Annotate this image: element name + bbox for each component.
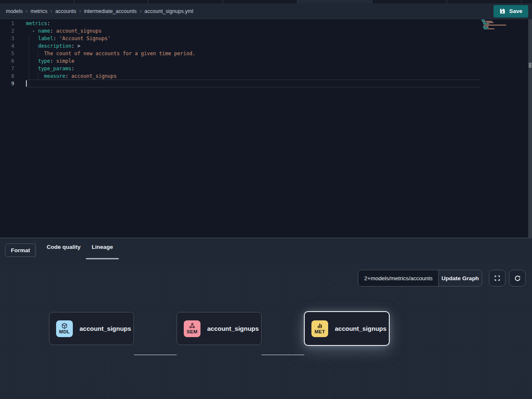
breadcrumb-bar: models › metrics › accounts › intermedia… (0, 3, 532, 19)
line-number-gutter: 123456789 (0, 20, 14, 87)
model-badge: MDL (56, 320, 73, 337)
chevron-right-icon: › (26, 8, 28, 15)
editor-tab[interactable] (74, 0, 148, 3)
code-editor[interactable]: 123456789 metrics: - name: account_signu… (0, 19, 528, 238)
lineage-canvas[interactable]: Update Graph (0, 264, 532, 399)
editor-tab[interactable] (223, 0, 298, 3)
refresh-icon (514, 275, 521, 282)
lineage-selector-input[interactable] (358, 270, 438, 286)
node-label: account_signups (207, 325, 259, 332)
fullscreen-button[interactable] (489, 270, 506, 286)
format-button[interactable]: Format (5, 243, 36, 257)
tab-label: Lineage (92, 244, 113, 250)
editor-tab-strip-spacer (522, 0, 532, 3)
editor-tab-active[interactable] (298, 0, 372, 3)
tab-label: Code quality (46, 244, 80, 250)
floppy-disk-icon (499, 8, 506, 14)
update-graph-button[interactable]: Update Graph (438, 270, 482, 286)
lineage-selector-group: Update Graph (358, 270, 482, 286)
node-badge-label: MDL (59, 330, 70, 335)
semantic-model-badge: SEM (184, 320, 200, 337)
metric-badge: MET (311, 320, 328, 337)
tab-code-quality[interactable]: Code quality (43, 244, 84, 259)
editor-tab[interactable] (447, 0, 522, 3)
refresh-button[interactable] (509, 270, 526, 286)
lineage-edge (134, 355, 177, 356)
ide-window: models › metrics › accounts › intermedia… (0, 0, 532, 399)
tab-lineage[interactable]: Lineage (86, 244, 119, 259)
toolbar-divider (35, 240, 35, 258)
breadcrumb-item-current[interactable]: account_signups.yml (144, 8, 193, 14)
node-label: account_signups (80, 325, 131, 332)
editor-tab[interactable] (0, 0, 74, 3)
scrollbar-thumb[interactable] (529, 63, 532, 68)
node-badge-label: MET (314, 330, 325, 335)
active-tab-underline (86, 258, 119, 259)
cube-icon (61, 322, 68, 329)
editor-scrollbar[interactable] (528, 19, 532, 238)
lineage-node-metric-selected[interactable]: MET account_signups (304, 311, 390, 346)
lineage-node-semantic-model[interactable]: SEM account_signups (177, 312, 262, 345)
editor-minimap[interactable] (481, 20, 527, 31)
breadcrumb-item[interactable]: intermediate_accounts (84, 8, 137, 14)
lineage-node-model[interactable]: MDL account_signups (49, 312, 134, 345)
code-content[interactable]: metrics: - name: account_signups label: … (26, 20, 195, 87)
bottom-panel: Format Code quality Lineage Update Graph (0, 238, 532, 399)
bar-chart-icon (316, 322, 323, 329)
breadcrumb-item[interactable]: accounts (55, 8, 76, 14)
lineage-edge (262, 355, 304, 356)
editor-tab[interactable] (372, 0, 447, 3)
semantic-graph-icon (189, 322, 195, 329)
save-button-label: Save (509, 8, 522, 14)
editor-tab[interactable] (148, 0, 223, 3)
node-label: account_signups (335, 325, 386, 332)
fullscreen-expand-icon (494, 275, 501, 281)
breadcrumb: models › metrics › accounts › intermedia… (6, 8, 193, 15)
text-cursor (26, 80, 27, 87)
chevron-right-icon: › (50, 8, 52, 15)
breadcrumb-item[interactable]: models (6, 8, 23, 14)
node-badge-label: SEM (187, 330, 198, 335)
save-button[interactable]: Save (493, 5, 528, 18)
chevron-right-icon: › (139, 8, 141, 15)
editor-tab-strip (0, 0, 532, 3)
breadcrumb-item[interactable]: metrics (31, 8, 47, 14)
chevron-right-icon: › (79, 8, 81, 15)
